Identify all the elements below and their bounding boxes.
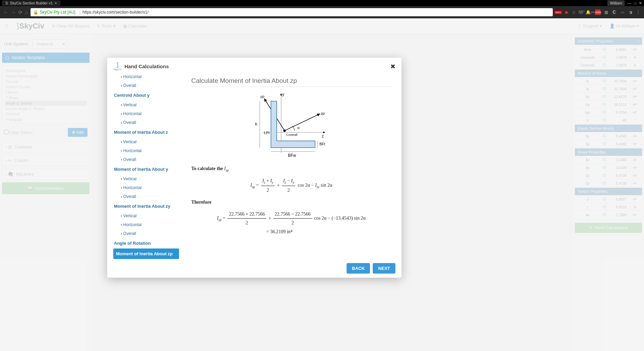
forward-icon[interactable]: → — [11, 10, 16, 15]
window-close-icon[interactable]: ✕ — [639, 1, 642, 5]
nav-subitem[interactable]: Horizontal — [113, 109, 179, 118]
formula-symbolic: Izp = Iz + Iy2 + Iz − Iy2 cos 2α − Izy s… — [191, 177, 391, 195]
sidebar-item-custom[interactable]: › ✂ Custom — [2, 155, 90, 166]
ext-icon-notif[interactable]: 🔔16 — [587, 10, 592, 15]
nav-subitem[interactable]: Vertical — [113, 211, 179, 220]
ext-icon-1[interactable]: 2891 — [555, 10, 561, 15]
close-icon[interactable]: ✖ — [390, 63, 395, 70]
back-icon[interactable]: ← — [3, 10, 8, 15]
svg-text:LFt: LFt — [264, 131, 270, 135]
documentation-button[interactable]: 📖 Documentation — [2, 182, 90, 194]
maximize-icon[interactable]: □ — [634, 1, 636, 5]
modal-logo: ⟆SkyCiv — [113, 62, 122, 71]
nav-subitem[interactable]: Vertical — [113, 174, 179, 183]
ext-icon-cors[interactable]: CORS — [595, 10, 601, 15]
hand-calculations-button[interactable]: ✎ Hand Calculations — [575, 223, 642, 233]
reload-icon[interactable]: ⟳ — [18, 10, 22, 15]
nav-subitem[interactable]: Overall — [113, 81, 179, 90]
nav-section[interactable]: Moment of Inertia About y — [113, 164, 179, 174]
nav-section[interactable]: Moment of Inertia About zy — [113, 201, 179, 211]
svg-text:h: h — [255, 122, 257, 127]
ext-icon-o[interactable]: ◑ — [628, 10, 633, 15]
nav-subitem[interactable]: Horizontal — [113, 146, 179, 155]
next-button[interactable]: NEXT — [373, 263, 395, 274]
nav-subitem[interactable]: Vertical — [113, 100, 179, 109]
template-item[interactable]: Rectangular — [4, 68, 87, 73]
close-icon[interactable]: × — [55, 1, 57, 5]
table-row: Ayⓘ3.0109in² — [575, 164, 641, 171]
moi-header: Moment of Inertia — [575, 70, 642, 77]
template-item[interactable]: Hollow Triangular — [4, 122, 87, 123]
esm-table: Szⓘ5.4242in³Syⓘ5.4242in³ — [575, 132, 642, 148]
intro-text: To calculate the — [191, 166, 224, 171]
tools-dropdown[interactable]: ✎ Tools ▾ — [97, 23, 115, 29]
ext-icon-weather[interactable]: 66° — [579, 10, 584, 15]
svg-point-8 — [284, 130, 286, 132]
template-item[interactable]: Circular — [4, 79, 87, 84]
support-dropdown[interactable]: ❔ Support ▾ — [576, 23, 602, 29]
geo-table: Areaⓘ6.9691in²Centroidzⓘ1.6979inCentroid… — [575, 45, 642, 70]
shear-table: Azⓘ3.1469in²Ayⓘ3.0109in²Qzⓘ5.4739in³Qyⓘ5… — [575, 156, 642, 188]
browser-tab[interactable]: S SkyCiv Section Builder v1 × — [2, 0, 60, 6]
hand-calculations-modal: ⟆SkyCiv Hand Calculations ✖ AreaCentroid… — [107, 58, 402, 278]
clear-shapes-button[interactable]: ✕ Clear All Shapes — [52, 23, 89, 29]
nav-subitem[interactable]: Overall — [113, 229, 179, 238]
geo-header: Geometric Properties — [575, 37, 642, 45]
os-user: William — [607, 0, 625, 6]
template-item[interactable]: Triangular — [4, 117, 87, 122]
user-dropdown[interactable]: 👤 Hi William ▾ — [609, 23, 639, 29]
section-templates-header[interactable]: ▢ Section Templates — [2, 53, 90, 63]
add-button[interactable]: ✚ Add — [68, 128, 87, 137]
nav-subitem[interactable]: Vertical — [113, 137, 179, 146]
unit-select[interactable]: Imperial — [33, 39, 66, 49]
template-list[interactable]: RectangularHollow RectangularCircularHol… — [2, 66, 90, 123]
menu-icon[interactable]: ⋮ — [636, 10, 641, 15]
url-input[interactable]: 🔒 SkyCiv Pty Ltd [AU] | https://skyciv.c… — [31, 8, 553, 16]
svg-text:zp: zp — [320, 111, 325, 115]
nav-subitem[interactable]: Overall — [113, 192, 179, 201]
hamburger-icon[interactable]: ☰ — [5, 23, 9, 29]
ext-icon-adblock[interactable]: ◉ — [564, 10, 569, 15]
sidebar-item-mylibrary[interactable]: › 📚 MyLibrary — [2, 169, 90, 180]
nav-section[interactable]: Moment of Inertia About z — [113, 127, 179, 137]
sidebar-item-database[interactable]: › ▤ Database — [2, 142, 90, 152]
app-toolbar: ☰ ⟆SkyCiv ✕ Clear All Shapes ✎ Tools ▾ ▦… — [0, 18, 644, 34]
tab-favicon: S — [5, 1, 8, 5]
close-icon[interactable]: ✕ — [635, 37, 642, 45]
content-title: Calculate Moment of Inertia About zp — [191, 77, 391, 87]
svg-text:α: α — [297, 126, 300, 130]
template-item[interactable]: Double Angle (L-Beam) — [4, 106, 87, 111]
calculate-button[interactable]: ▦ Calculate — [123, 23, 147, 29]
svg-text:Coverall: Coverall — [286, 133, 297, 136]
sidebar-left: Unit System: Imperial ▢ Section Template… — [0, 34, 92, 351]
table-row: Szⓘ5.4242in³ — [575, 133, 641, 140]
nav-subitem[interactable]: Horizontal — [113, 75, 179, 81]
modal-title: Hand Calculations — [124, 63, 169, 69]
nav-subitem[interactable]: Horizontal — [113, 220, 179, 229]
template-item[interactable]: Channel — [4, 111, 87, 117]
nav-section[interactable]: Moment of Inertia About zp — [113, 248, 179, 259]
minimize-icon[interactable]: — — [627, 1, 631, 5]
template-item[interactable]: T-Beam — [4, 95, 87, 100]
modal-nav[interactable]: AreaCentroid About zVerticalHorizontalOv… — [113, 75, 181, 259]
ext-icon-c[interactable]: C — [611, 10, 617, 15]
back-button[interactable]: BACK — [347, 263, 370, 274]
home-icon[interactable]: ⌂ — [25, 10, 28, 15]
sidebar-right: ✕ Geometric Properties Areaⓘ6.9691in²Cen… — [573, 34, 644, 351]
ext-icon-g[interactable]: ▦ — [603, 10, 609, 15]
nav-section[interactable]: Angle of Rotation — [113, 238, 179, 248]
nav-subitem[interactable]: Horizontal — [113, 183, 179, 192]
template-item[interactable]: I-Beam — [4, 90, 87, 95]
template-item[interactable]: Hollow Circular — [4, 84, 87, 90]
table-row: Syⓘ5.4242in³ — [575, 141, 641, 148]
template-item[interactable]: Hollow Rectangular — [4, 73, 87, 79]
nav-section[interactable]: Centroid About y — [113, 90, 179, 100]
table-row: Jⓘ0.9027in⁴ — [575, 196, 641, 203]
nav-subitem[interactable]: Overall — [113, 118, 179, 127]
template-item[interactable]: Angle (L-Beam) — [4, 100, 87, 106]
nav-subitem[interactable]: Overall — [113, 155, 179, 164]
svg-text:BFt: BFt — [319, 142, 325, 146]
ext-icon-x[interactable]: ▭ — [620, 10, 625, 15]
star-icon[interactable]: ☆ — [572, 10, 576, 15]
clear-others-checkbox[interactable]: Clear Others — [4, 130, 33, 135]
